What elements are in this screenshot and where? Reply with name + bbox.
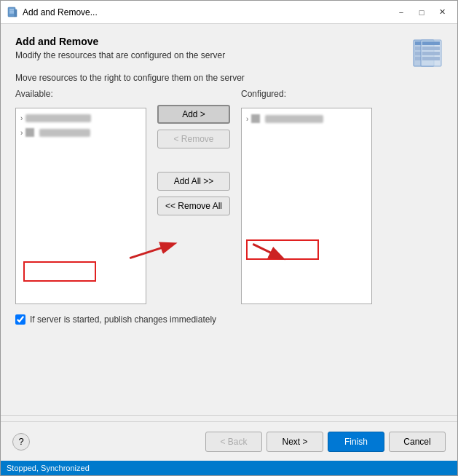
expand-arrow: › xyxy=(246,115,248,123)
page-subtitle: Modify the resources that are configured… xyxy=(15,50,225,60)
available-label: Available: xyxy=(15,89,146,102)
expand-arrow: › xyxy=(20,114,23,122)
status-bar: Stopped, Synchronized xyxy=(1,461,457,475)
item-label xyxy=(265,115,323,123)
server-icon xyxy=(411,39,443,73)
title-bar-left: Add and Remove... xyxy=(7,7,98,18)
divider xyxy=(1,415,457,416)
maximize-button[interactable]: □ xyxy=(412,5,431,20)
svg-rect-1 xyxy=(9,9,14,10)
section-instruction: Move resources to the right to configure… xyxy=(15,73,443,83)
remove-all-button[interactable]: << Remove All xyxy=(157,197,230,215)
expand-arrow: › xyxy=(20,129,23,137)
checkbox-row: If server is started, publish changes im… xyxy=(15,314,443,325)
svg-rect-0 xyxy=(8,7,15,17)
available-panel: Available: › › xyxy=(15,89,146,304)
item-label xyxy=(39,129,90,137)
svg-rect-12 xyxy=(422,47,440,50)
minimize-button[interactable]: − xyxy=(392,5,411,20)
next-button[interactable]: Next > xyxy=(266,432,323,452)
title-bar: Add and Remove... − □ ✕ xyxy=(1,1,457,24)
svg-rect-11 xyxy=(422,41,440,45)
configured-selection-highlight xyxy=(246,239,319,260)
item-icon xyxy=(25,128,34,137)
page-title: Add and Remove xyxy=(15,36,225,47)
title-bar-controls: − □ ✕ xyxy=(392,5,451,20)
list-item[interactable]: › xyxy=(16,125,146,140)
add-all-button[interactable]: Add All >> xyxy=(157,172,230,191)
window-icon xyxy=(7,7,18,18)
list-item[interactable]: › xyxy=(242,111,371,126)
available-list[interactable]: › › xyxy=(15,108,146,304)
back-button[interactable]: < Back xyxy=(205,432,262,452)
close-button[interactable]: ✕ xyxy=(433,5,451,20)
selection-highlight xyxy=(23,261,96,282)
footer-right: < Back Next > Finish Cancel xyxy=(205,432,446,452)
svg-rect-4 xyxy=(15,9,17,17)
middle-buttons: Add > < Remove Add All >> << Remove All xyxy=(146,89,241,215)
window-title: Add and Remove... xyxy=(23,7,98,17)
configured-panel: Configured: › xyxy=(241,89,372,304)
finish-button[interactable]: Finish xyxy=(328,432,384,452)
configured-list[interactable]: › xyxy=(241,108,372,304)
footer-left: ? xyxy=(12,433,30,451)
svg-rect-3 xyxy=(9,12,14,14)
footer: ? < Back Next > Finish Cancel xyxy=(1,421,457,461)
resource-area: Available: › › xyxy=(15,89,443,304)
remove-button[interactable]: < Remove xyxy=(157,130,230,148)
content-area: Add and Remove Modify the resources that… xyxy=(1,24,457,409)
configured-label: Configured: xyxy=(241,89,372,102)
svg-rect-2 xyxy=(9,10,14,12)
cancel-button[interactable]: Cancel xyxy=(389,432,446,452)
main-window: Add and Remove... − □ ✕ Add and Remove M… xyxy=(0,0,458,476)
svg-rect-13 xyxy=(422,52,440,55)
status-text: Stopped, Synchronized xyxy=(7,464,90,472)
item-label xyxy=(25,114,91,122)
publish-checkbox[interactable] xyxy=(15,314,25,325)
add-button[interactable]: Add > xyxy=(157,105,230,124)
svg-rect-14 xyxy=(422,57,440,60)
checkbox-label: If server is started, publish changes im… xyxy=(30,314,216,325)
item-icon xyxy=(251,114,260,123)
list-item[interactable]: › xyxy=(16,111,146,125)
help-button[interactable]: ? xyxy=(12,433,30,451)
